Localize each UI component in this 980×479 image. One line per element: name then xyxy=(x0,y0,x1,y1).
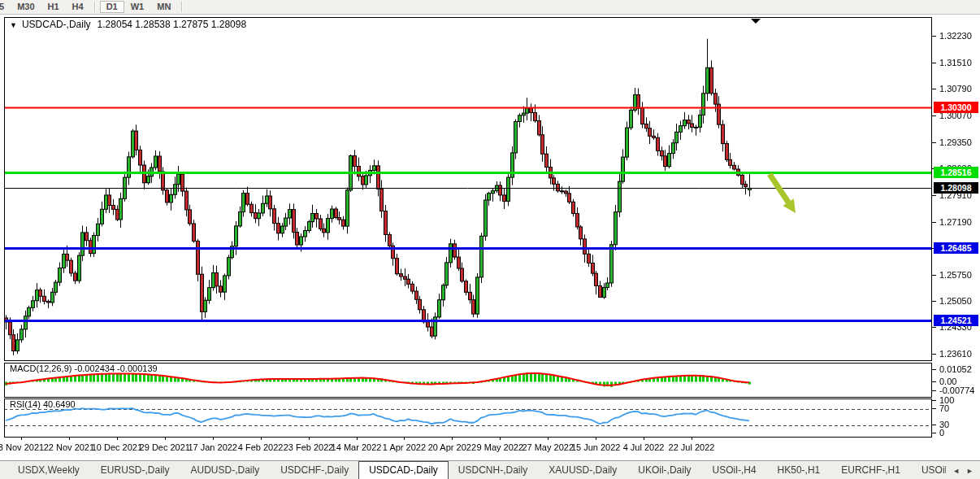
tab-usoil-h4[interactable]: USOil-,H4 xyxy=(703,461,766,479)
tab-usdchf-daily[interactable]: USDCHF-,Daily xyxy=(271,461,358,479)
tab-usdcad-daily[interactable]: USDCAD-,Daily xyxy=(358,461,449,479)
toolbar-separator xyxy=(181,2,183,12)
timeframe-button-mn[interactable]: MN xyxy=(150,1,177,13)
timeframe-button-d1[interactable]: D1 xyxy=(100,1,124,13)
tab-scroll-left-icon[interactable]: ◄ xyxy=(952,467,960,475)
timeframe-button-h1[interactable]: H1 xyxy=(41,1,66,13)
tab-scroll-right-icon[interactable]: ► xyxy=(966,467,973,475)
tab-xauusd-daily[interactable]: XAUUSD-,Daily xyxy=(539,461,627,479)
symbol-tabbar: USDX,WeeklyEURUSD-,DailyAUDUSD-,DailyUSD… xyxy=(0,460,980,479)
tab-hk50-h1[interactable]: HK50-,H1 xyxy=(768,461,830,479)
toolbar-separator xyxy=(94,2,96,12)
tab-eurusd-daily[interactable]: EURUSD-,Daily xyxy=(91,461,180,479)
timeframe-button-m30[interactable]: M30 xyxy=(11,1,41,13)
chart-window: ▼USDCAD-,Daily1.28054 1.28538 1.27875 1.… xyxy=(0,15,980,460)
tab-ukoil-daily[interactable]: UKOil-,Daily xyxy=(628,461,700,479)
timeframe-button-h4[interactable]: H4 xyxy=(66,1,90,13)
chart-canvas[interactable] xyxy=(0,15,980,460)
tab-audusd-daily[interactable]: AUDUSD-,Daily xyxy=(180,461,269,479)
timeframe-toolbar: 5M30H1H4D1W1MN xyxy=(0,0,980,15)
tab-usdcnh-daily[interactable]: USDCNH-,Daily xyxy=(449,461,537,479)
tab-usdx-weekly[interactable]: USDX,Weekly xyxy=(8,461,89,479)
tab-usoil-h4[interactable]: USOil-,H4 xyxy=(912,461,946,479)
tab-scroll-arrows: ◄ ► xyxy=(946,461,980,479)
timeframe-button-5[interactable]: 5 xyxy=(0,1,11,13)
timeframe-button-w1[interactable]: W1 xyxy=(124,1,151,13)
tab-eurchf-h1[interactable]: EURCHF-,H1 xyxy=(831,461,910,479)
